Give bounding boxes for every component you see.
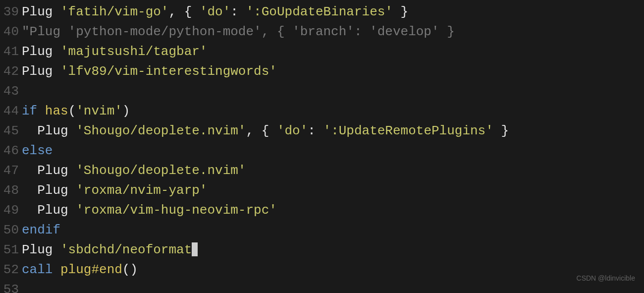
- code-token: 'do': [277, 123, 308, 138]
- line-number: 46: [0, 141, 19, 161]
- code-token: ':GoUpdateBinaries': [246, 4, 393, 19]
- code-token: else: [22, 143, 53, 158]
- code-token: 'lfv89/vim-interestingwords': [60, 64, 277, 79]
- code-token: :: [308, 123, 323, 138]
- line-number: 42: [0, 61, 19, 81]
- code-token: 'Shougo/deoplete.nvim': [76, 163, 246, 178]
- code-token: }: [393, 4, 408, 19]
- code-token: Plug: [22, 64, 60, 79]
- code-editor[interactable]: 394041424344454647484950515253 Plug 'fat…: [0, 0, 644, 293]
- code-token: , {: [246, 123, 276, 138]
- code-token: 'majutsushi/tagbar': [60, 44, 207, 59]
- code-line[interactable]: call plug#end(): [22, 260, 644, 280]
- code-token: , {: [168, 4, 199, 19]
- line-number: 41: [0, 42, 19, 61]
- code-line[interactable]: Plug 'roxma/nvim-yarp': [22, 180, 644, 200]
- code-token: 'fatih/vim-go': [60, 4, 168, 19]
- code-token: ): [122, 104, 130, 118]
- code-line[interactable]: "Plug 'python-mode/python-mode', { 'bran…: [22, 22, 644, 42]
- code-token: Plug: [22, 123, 76, 138]
- line-number: 50: [0, 220, 19, 240]
- code-line[interactable]: else: [22, 141, 644, 161]
- code-token: (): [122, 262, 138, 277]
- code-token: Plug: [22, 44, 60, 59]
- code-line[interactable]: [22, 280, 644, 293]
- code-token: 'roxma/vim-hug-neovim-rpc': [76, 203, 277, 218]
- code-area[interactable]: Plug 'fatih/vim-go', { 'do': ':GoUpdateB…: [22, 2, 644, 293]
- code-line[interactable]: endif: [22, 220, 644, 240]
- code-line[interactable]: [22, 81, 644, 101]
- code-token: 'Shougo/deoplete.nvim': [76, 123, 246, 138]
- line-number-gutter: 394041424344454647484950515253: [0, 2, 22, 293]
- code-token: Plug: [22, 163, 76, 178]
- code-token: 'roxma/nvim-yarp': [76, 183, 207, 198]
- code-line[interactable]: Plug 'fatih/vim-go', { 'do': ':GoUpdateB…: [22, 2, 644, 22]
- code-line[interactable]: Plug 'lfv89/vim-interestingwords': [22, 61, 644, 81]
- line-number: 45: [0, 121, 19, 141]
- code-token: :: [230, 4, 246, 19]
- line-number: 51: [0, 240, 19, 260]
- code-token: Plug: [22, 183, 76, 198]
- code-line[interactable]: Plug 'majutsushi/tagbar': [22, 42, 644, 61]
- line-number: 47: [0, 161, 19, 180]
- code-token: plug#end: [60, 262, 122, 277]
- line-number: 43: [0, 81, 19, 101]
- code-token: Plug: [22, 4, 60, 19]
- code-token: Plug: [22, 242, 60, 257]
- code-token: ':UpdateRemotePlugins': [323, 123, 493, 138]
- line-number: 44: [0, 101, 19, 121]
- code-token: Plug: [22, 203, 76, 218]
- code-line[interactable]: Plug 'roxma/vim-hug-neovim-rpc': [22, 200, 644, 220]
- line-number: 40: [0, 22, 19, 42]
- text-cursor: [192, 242, 198, 256]
- line-number: 48: [0, 180, 19, 200]
- code-token: "Plug 'python-mode/python-mode', { 'bran…: [22, 24, 455, 39]
- code-token: call: [22, 262, 60, 277]
- line-number: 39: [0, 2, 19, 22]
- code-token: (: [68, 104, 76, 118]
- code-token: endif: [22, 223, 60, 237]
- line-number: 52: [0, 260, 19, 280]
- line-number: 53: [0, 280, 19, 293]
- code-line[interactable]: Plug 'Shougo/deoplete.nvim': [22, 161, 644, 180]
- code-token: }: [493, 123, 509, 138]
- code-token: 'nvim': [76, 104, 122, 118]
- code-line[interactable]: Plug 'Shougo/deoplete.nvim', { 'do': ':U…: [22, 121, 644, 141]
- code-line[interactable]: Plug 'sbdchd/neoformat: [22, 240, 644, 260]
- watermark-text: CSDN @ldinvicible: [577, 268, 635, 288]
- code-token: 'sbdchd/neoformat: [60, 242, 192, 257]
- code-token: if: [22, 104, 45, 118]
- code-token: has: [45, 104, 68, 118]
- code-token: 'do': [200, 4, 230, 19]
- line-number: 49: [0, 200, 19, 220]
- code-line[interactable]: if has('nvim'): [22, 101, 644, 121]
